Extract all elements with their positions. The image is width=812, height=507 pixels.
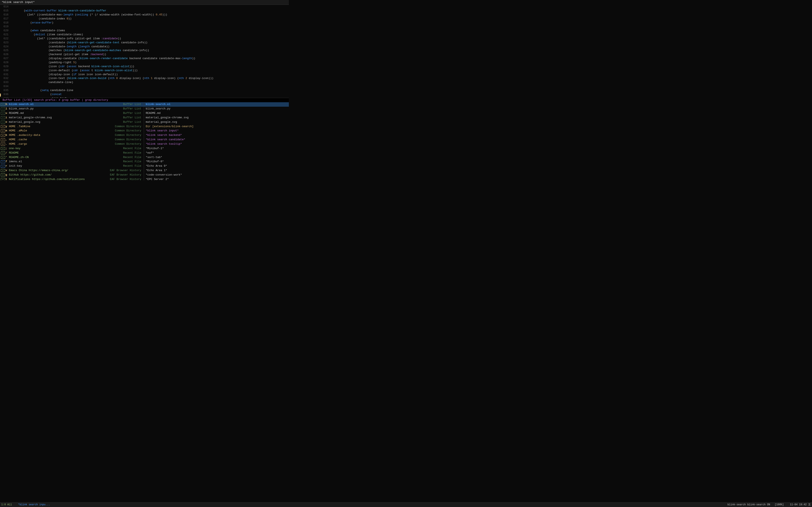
web-icon: ⊙ xyxy=(1,173,5,176)
candidate-type: Common Directory xyxy=(105,138,143,142)
list-item[interactable]: material_google-chrome.svg xyxy=(144,116,289,120)
title-bar: *blink search input* xyxy=(0,0,289,5)
list-item[interactable]: *blink search input* xyxy=(144,129,289,133)
web-icon: ⊙ xyxy=(1,169,5,172)
candidate-name: *eaf* xyxy=(146,151,209,155)
list-item[interactable]: *Echo Area 0* xyxy=(144,164,289,168)
line-content: (display-icon (if icon icon icon-default… xyxy=(11,73,118,77)
candidate-key: m xyxy=(5,129,9,133)
list-item[interactable]: ⊕. HOME .cargoCommon Directory xyxy=(0,142,144,147)
list-item[interactable]: ⊙t Notifications https://github.com/noti… xyxy=(0,177,144,181)
candidate-name: *Echo Area 0* xyxy=(146,164,209,168)
line-number: 637 xyxy=(0,97,11,98)
candidate-key: / xyxy=(5,151,9,155)
line-number: 615 xyxy=(0,9,11,13)
code-line: 614 xyxy=(0,5,289,9)
candidate-key: v xyxy=(5,169,9,173)
code-line: 629 (icon (cdr (assoc backend blink-sear… xyxy=(0,65,289,69)
list-item[interactable]: *sort-tab* xyxy=(144,155,289,160)
web-icon: ⊙ xyxy=(1,152,5,155)
list-item[interactable]: *Minibuf-0* xyxy=(144,160,289,164)
list-item[interactable]: ⊕, HOME .cacheCommon Directory xyxy=(0,137,144,142)
candidate-name: HOME .TabNine xyxy=(9,125,105,129)
list-item[interactable]: ≡i material_google-chrome.svgBuffer List xyxy=(0,116,144,120)
candidate-key: l xyxy=(5,107,9,111)
list-item[interactable]: *blink search tooltip* xyxy=(144,142,289,147)
list-item[interactable]: ≡r init-keyRecent File xyxy=(0,164,144,168)
code-line: 626 (backend (plist-get item :backend)) xyxy=(0,53,289,57)
web-icon: ⊙ xyxy=(1,156,5,159)
candidate-type: Buffer List xyxy=(105,103,143,107)
list-item[interactable]: ⊙; one-keyRecent File xyxy=(0,147,144,151)
list-item[interactable]: ⊕m HOME .aMuleCommon Directory xyxy=(0,129,144,133)
line-content: (let* ((candidate-max-length (ceiling (*… xyxy=(11,13,167,17)
list-item[interactable]: *code-conversion-work* xyxy=(144,173,289,177)
list-item[interactable]: *Echo Area 1* xyxy=(144,168,289,173)
code-line: 634 xyxy=(0,84,289,89)
candidate-key: , xyxy=(5,138,9,142)
line-number: 619 xyxy=(0,25,11,29)
list-item[interactable]: *EPC Server 2* xyxy=(144,177,289,181)
code-line: 620 (when candidate-items xyxy=(0,29,289,33)
list-item[interactable]: ⊕b HOME .audacity-dataCommon Directory xyxy=(0,133,144,137)
list-item[interactable]: ⊙v Emacs China https://emacs-china.org/E… xyxy=(0,168,144,173)
code-line: 631 (display-icon (if icon icon icon-def… xyxy=(0,73,289,77)
candidate-name: *EPC Server 2* xyxy=(146,177,209,181)
candidate-name: material_google-chrome.svg xyxy=(146,116,209,120)
list-item[interactable]: ≡h blink-search.elBuffer List xyxy=(0,102,144,107)
list-item[interactable]: *blink search backend* xyxy=(144,133,289,137)
candidate-name: init-key xyxy=(9,164,105,168)
list-item[interactable]: blink_search.py xyxy=(144,107,289,111)
candidate-name: *blink search backend* xyxy=(146,133,209,137)
web-icon: ⊙ xyxy=(1,178,5,180)
line-number: 620 xyxy=(0,29,11,33)
buf-icon: ≡ xyxy=(1,108,5,110)
list-item[interactable]: ≡l blink_search.pyBuffer List xyxy=(0,107,144,111)
list-item[interactable]: ≡f imenu.elRecent File xyxy=(0,160,144,164)
line-number: 636 xyxy=(0,93,11,97)
list-item[interactable]: ⊕y HOME .TabNineCommon Directory xyxy=(0,124,144,129)
candidate-type: Common Directory xyxy=(105,129,143,133)
line-number: 622 xyxy=(0,37,11,41)
candidate-name: *code-conversion-work* xyxy=(146,173,209,177)
list-item[interactable]: Dir [extensions/blink-search] xyxy=(144,124,289,129)
line-content: (icon (cdr (assoc backend blink-search-i… xyxy=(11,65,134,69)
candidate-key: h xyxy=(5,103,9,107)
list-item[interactable]: ⊙/ READMERecent File xyxy=(0,151,144,155)
list-item[interactable]: ⊙' README.zh-CNRecent File xyxy=(0,155,144,160)
candidate-name: imenu.el xyxy=(9,160,105,164)
list-item[interactable]: ⊙g GitHub https://github.com/EAF Browser… xyxy=(0,173,144,177)
list-item[interactable]: *eaf* xyxy=(144,151,289,155)
list-item[interactable]: ≡u README.mdBuffer List xyxy=(0,111,144,116)
list-item[interactable]: blink-search.el xyxy=(144,102,289,107)
candidate-type: Recent File xyxy=(105,156,143,160)
candidate-name: *blink search tooltip* xyxy=(146,142,209,146)
list-item[interactable]: material_google.svg xyxy=(144,120,289,124)
candidate-name: README xyxy=(9,151,105,155)
candidate-key: b xyxy=(5,133,9,137)
line-content: (icon-default (cdr (assoc t blink-search… xyxy=(11,69,138,73)
candidate-type: Common Directory xyxy=(105,142,143,146)
code-line: 622 (let* ((candidate-info (plist-get it… xyxy=(0,37,289,41)
candidate-name: material_google.svg xyxy=(146,120,209,124)
line-number: 628 xyxy=(0,61,11,65)
candidate-type: EAF Browser History xyxy=(105,173,143,177)
candidate-name: blink-search.el xyxy=(146,103,209,107)
list-item[interactable]: *blink search candidate* xyxy=(144,137,289,142)
line-content: (erase-buffer) xyxy=(11,21,53,25)
candidate-key: g xyxy=(5,173,9,177)
list-item[interactable]: README.md xyxy=(144,111,289,116)
line-content: (dolist (item candidate-items) xyxy=(11,33,83,37)
dir-icon: ⊕ xyxy=(1,143,5,146)
list-item[interactable]: ≡o material_google.svgBuffer List xyxy=(0,120,144,124)
candidate-name: *Echo Area 1* xyxy=(146,169,209,173)
candidate-name: Dir [extensions/blink-search] xyxy=(146,125,209,129)
line-number: 629 xyxy=(0,65,11,69)
line-number: 621 xyxy=(0,33,11,37)
line-number: 635 xyxy=(0,89,11,93)
candidate-name: README.zh-CN xyxy=(9,156,105,160)
candidate-name: GitHub https://github.com/ xyxy=(9,173,105,177)
code-line: 635 (setq candidate-line xyxy=(0,89,289,93)
list-item[interactable]: *Minibuf-1* xyxy=(144,147,289,151)
code-line: 630 (icon-default (cdr (assoc t blink-se… xyxy=(0,69,289,73)
